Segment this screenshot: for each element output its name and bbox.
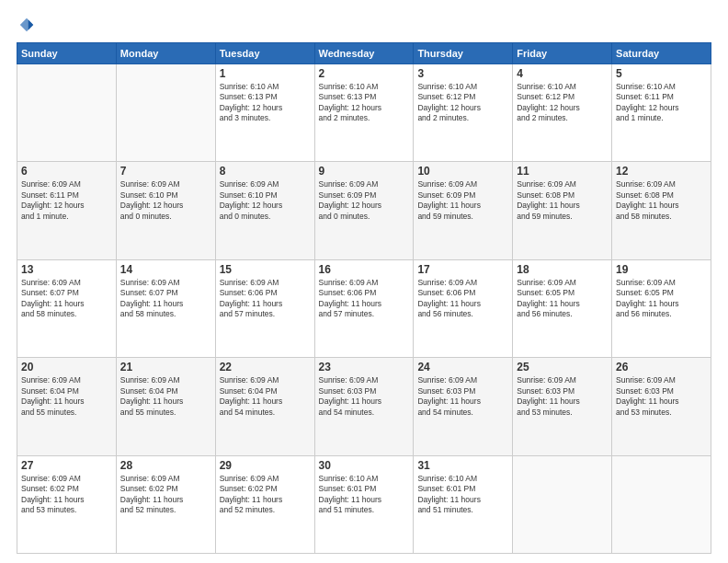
day-info: Sunrise: 6:09 AM Sunset: 6:08 PM Dayligh…	[517, 179, 608, 222]
day-info: Sunrise: 6:09 AM Sunset: 6:09 PM Dayligh…	[417, 179, 508, 222]
table-row: 23Sunrise: 6:09 AM Sunset: 6:03 PM Dayli…	[314, 358, 414, 455]
col-saturday: Saturday	[612, 43, 711, 64]
table-row: 4Sunrise: 6:10 AM Sunset: 6:12 PM Daylig…	[513, 64, 612, 162]
table-row: 29Sunrise: 6:09 AM Sunset: 6:02 PM Dayli…	[215, 455, 314, 553]
day-number: 31	[417, 459, 508, 472]
table-row: 11Sunrise: 6:09 AM Sunset: 6:08 PM Dayli…	[513, 162, 612, 259]
table-row: 22Sunrise: 6:09 AM Sunset: 6:04 PM Dayli…	[215, 358, 314, 455]
day-number: 30	[319, 459, 410, 472]
day-info: Sunrise: 6:09 AM Sunset: 6:11 PM Dayligh…	[21, 179, 112, 222]
day-number: 4	[517, 67, 608, 80]
table-row: 6Sunrise: 6:09 AM Sunset: 6:11 PM Daylig…	[17, 162, 117, 259]
day-info: Sunrise: 6:09 AM Sunset: 6:03 PM Dayligh…	[616, 375, 707, 418]
day-info: Sunrise: 6:10 AM Sunset: 6:01 PM Dayligh…	[417, 474, 508, 516]
table-row: 27Sunrise: 6:09 AM Sunset: 6:02 PM Dayli…	[17, 455, 117, 553]
table-row: 14Sunrise: 6:09 AM Sunset: 6:07 PM Dayli…	[116, 259, 215, 357]
day-number: 12	[616, 165, 707, 178]
table-row: 9Sunrise: 6:09 AM Sunset: 6:09 PM Daylig…	[314, 162, 414, 259]
day-number: 6	[21, 165, 112, 178]
table-row: 7Sunrise: 6:09 AM Sunset: 6:10 PM Daylig…	[116, 162, 215, 259]
table-row: 25Sunrise: 6:09 AM Sunset: 6:03 PM Dayli…	[513, 358, 612, 455]
day-number: 15	[220, 263, 311, 276]
day-info: Sunrise: 6:09 AM Sunset: 6:02 PM Dayligh…	[120, 474, 211, 516]
day-info: Sunrise: 6:10 AM Sunset: 6:01 PM Dayligh…	[319, 474, 410, 516]
day-number: 19	[616, 263, 707, 276]
day-number: 13	[21, 263, 112, 276]
logo	[17, 17, 35, 33]
table-row: 18Sunrise: 6:09 AM Sunset: 6:05 PM Dayli…	[513, 259, 612, 357]
day-number: 29	[220, 459, 311, 472]
table-row: 12Sunrise: 6:09 AM Sunset: 6:08 PM Dayli…	[612, 162, 711, 259]
day-info: Sunrise: 6:09 AM Sunset: 6:10 PM Dayligh…	[220, 179, 311, 222]
table-row: 16Sunrise: 6:09 AM Sunset: 6:06 PM Dayli…	[314, 259, 414, 357]
day-number: 3	[417, 67, 508, 80]
table-row	[17, 64, 117, 162]
day-info: Sunrise: 6:10 AM Sunset: 6:13 PM Dayligh…	[319, 82, 410, 124]
table-row: 1Sunrise: 6:10 AM Sunset: 6:13 PM Daylig…	[215, 64, 314, 162]
col-monday: Monday	[116, 43, 215, 64]
table-row	[513, 455, 612, 553]
day-number: 5	[616, 67, 707, 80]
day-number: 27	[21, 459, 112, 472]
col-tuesday: Tuesday	[215, 43, 314, 64]
table-row: 15Sunrise: 6:09 AM Sunset: 6:06 PM Dayli…	[215, 259, 314, 357]
table-row: 8Sunrise: 6:09 AM Sunset: 6:10 PM Daylig…	[215, 162, 314, 259]
day-number: 21	[120, 361, 211, 373]
day-info: Sunrise: 6:10 AM Sunset: 6:11 PM Dayligh…	[616, 82, 707, 124]
col-thursday: Thursday	[414, 43, 513, 64]
day-info: Sunrise: 6:09 AM Sunset: 6:02 PM Dayligh…	[21, 474, 112, 516]
table-row: 5Sunrise: 6:10 AM Sunset: 6:11 PM Daylig…	[612, 64, 711, 162]
day-number: 17	[417, 263, 508, 276]
day-info: Sunrise: 6:09 AM Sunset: 6:06 PM Dayligh…	[220, 278, 311, 320]
day-info: Sunrise: 6:09 AM Sunset: 6:04 PM Dayligh…	[220, 375, 311, 418]
day-info: Sunrise: 6:09 AM Sunset: 6:03 PM Dayligh…	[517, 375, 608, 418]
day-number: 25	[517, 361, 608, 373]
table-row: 13Sunrise: 6:09 AM Sunset: 6:07 PM Dayli…	[17, 259, 117, 357]
calendar-week-row: 13Sunrise: 6:09 AM Sunset: 6:07 PM Dayli…	[17, 259, 711, 357]
day-number: 16	[319, 263, 410, 276]
table-row: 19Sunrise: 6:09 AM Sunset: 6:05 PM Dayli…	[612, 259, 711, 357]
table-row: 3Sunrise: 6:10 AM Sunset: 6:12 PM Daylig…	[414, 64, 513, 162]
day-number: 22	[220, 361, 311, 373]
logo-icon	[18, 17, 35, 33]
day-number: 10	[417, 165, 508, 178]
day-number: 7	[120, 165, 211, 178]
day-number: 28	[120, 459, 211, 472]
table-row: 21Sunrise: 6:09 AM Sunset: 6:04 PM Dayli…	[116, 358, 215, 455]
calendar-week-row: 27Sunrise: 6:09 AM Sunset: 6:02 PM Dayli…	[17, 455, 711, 553]
day-info: Sunrise: 6:09 AM Sunset: 6:05 PM Dayligh…	[517, 278, 608, 320]
table-row: 10Sunrise: 6:09 AM Sunset: 6:09 PM Dayli…	[414, 162, 513, 259]
day-number: 26	[616, 361, 707, 373]
day-number: 24	[417, 361, 508, 373]
day-info: Sunrise: 6:10 AM Sunset: 6:12 PM Dayligh…	[517, 82, 608, 124]
col-wednesday: Wednesday	[314, 43, 414, 64]
day-number: 1	[220, 67, 311, 80]
day-number: 20	[21, 361, 112, 373]
calendar-week-row: 20Sunrise: 6:09 AM Sunset: 6:04 PM Dayli…	[17, 358, 711, 455]
table-row: 28Sunrise: 6:09 AM Sunset: 6:02 PM Dayli…	[116, 455, 215, 553]
day-info: Sunrise: 6:09 AM Sunset: 6:09 PM Dayligh…	[319, 179, 410, 222]
day-number: 23	[319, 361, 410, 373]
calendar-header-row: Sunday Monday Tuesday Wednesday Thursday…	[17, 43, 711, 64]
day-info: Sunrise: 6:09 AM Sunset: 6:03 PM Dayligh…	[417, 375, 508, 418]
day-info: Sunrise: 6:10 AM Sunset: 6:13 PM Dayligh…	[220, 82, 311, 124]
day-info: Sunrise: 6:09 AM Sunset: 6:06 PM Dayligh…	[319, 278, 410, 320]
table-row: 20Sunrise: 6:09 AM Sunset: 6:04 PM Dayli…	[17, 358, 117, 455]
page-header	[17, 17, 711, 33]
calendar-table: Sunday Monday Tuesday Wednesday Thursday…	[17, 42, 711, 554]
day-info: Sunrise: 6:09 AM Sunset: 6:05 PM Dayligh…	[616, 278, 707, 320]
table-row: 31Sunrise: 6:10 AM Sunset: 6:01 PM Dayli…	[414, 455, 513, 553]
day-number: 2	[319, 67, 410, 80]
day-info: Sunrise: 6:09 AM Sunset: 6:06 PM Dayligh…	[417, 278, 508, 320]
day-number: 18	[517, 263, 608, 276]
table-row: 26Sunrise: 6:09 AM Sunset: 6:03 PM Dayli…	[612, 358, 711, 455]
day-info: Sunrise: 6:09 AM Sunset: 6:07 PM Dayligh…	[120, 278, 211, 320]
day-info: Sunrise: 6:09 AM Sunset: 6:04 PM Dayligh…	[120, 375, 211, 418]
table-row	[116, 64, 215, 162]
day-info: Sunrise: 6:09 AM Sunset: 6:02 PM Dayligh…	[220, 474, 311, 516]
day-info: Sunrise: 6:09 AM Sunset: 6:03 PM Dayligh…	[319, 375, 410, 418]
day-info: Sunrise: 6:10 AM Sunset: 6:12 PM Dayligh…	[417, 82, 508, 124]
calendar-week-row: 1Sunrise: 6:10 AM Sunset: 6:13 PM Daylig…	[17, 64, 711, 162]
day-info: Sunrise: 6:09 AM Sunset: 6:10 PM Dayligh…	[120, 179, 211, 222]
day-info: Sunrise: 6:09 AM Sunset: 6:08 PM Dayligh…	[616, 179, 707, 222]
